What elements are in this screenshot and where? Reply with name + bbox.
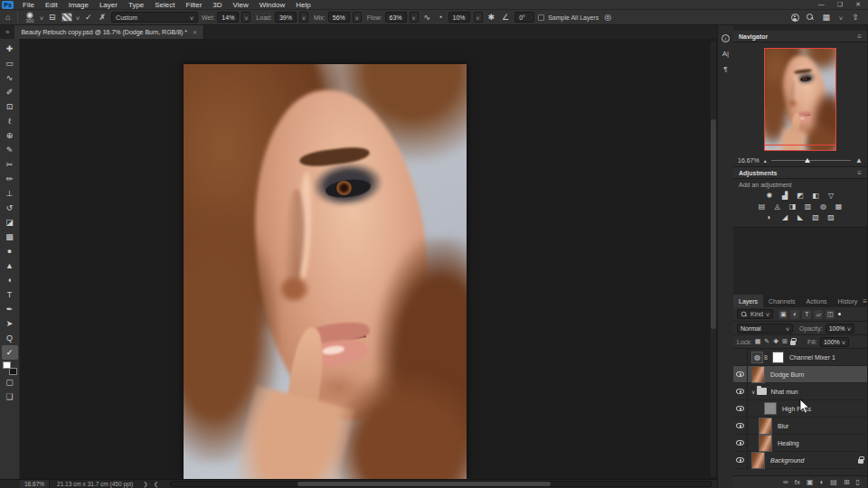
layer-row-blur[interactable]: Blur: [733, 418, 867, 435]
gradient-map-icon[interactable]: ▧: [811, 212, 821, 221]
foreground-color-swatch[interactable]: [3, 361, 11, 369]
status-zoom-field[interactable]: 16.67%: [20, 480, 50, 488]
search-icon[interactable]: [807, 14, 814, 21]
layer-thumbnail[interactable]: [751, 366, 765, 383]
sample-all-layers-checkbox[interactable]: [538, 14, 544, 21]
visibility-toggle[interactable]: [733, 383, 748, 399]
filter-light-icon[interactable]: [838, 313, 841, 315]
navigator-zoom-field[interactable]: 16.67%: [738, 157, 760, 164]
visibility-toggle[interactable]: [733, 435, 748, 451]
workspace-caret[interactable]: ∨: [838, 14, 844, 21]
smoothing-value[interactable]: 10%: [448, 12, 470, 23]
layer-row-dodge-burn[interactable]: Dodge Burn: [733, 366, 867, 383]
load-brush-icon[interactable]: ✓: [83, 13, 94, 22]
crop-tool[interactable]: ⊡: [2, 99, 18, 114]
lock-pixels-icon[interactable]: ✎: [764, 338, 769, 345]
pressure-size-icon[interactable]: ◎: [602, 13, 613, 22]
visibility-toggle[interactable]: [733, 400, 748, 417]
filter-shape-icon[interactable]: ▱: [814, 310, 823, 319]
document-tab[interactable]: Beauty Retouch copy.psd @ 16.7% (Dodge B…: [14, 25, 204, 39]
field-value[interactable]: 56%: [328, 12, 350, 23]
useful-combinations-select[interactable]: Custom ∨: [111, 12, 198, 23]
curves-icon[interactable]: ◩: [796, 191, 806, 200]
move-tool[interactable]: ✚: [2, 42, 18, 56]
new-adjustment-icon[interactable]: ◐: [819, 478, 824, 486]
type-tool[interactable]: T: [2, 287, 18, 302]
filter-type-icon[interactable]: T: [802, 310, 811, 319]
new-layer-icon[interactable]: ⊞: [844, 478, 850, 486]
paragraph-panel-icon[interactable]: ¶: [723, 65, 727, 73]
dodge-tool[interactable]: ◖: [2, 273, 18, 287]
clone-stamp-tool[interactable]: ⊥: [2, 186, 18, 201]
account-avatar-icon[interactable]: [791, 14, 799, 22]
menu-item[interactable]: Edit: [40, 0, 63, 10]
lock-all-icon[interactable]: [790, 341, 796, 345]
tab-channels[interactable]: Channels: [763, 295, 801, 307]
layer-row-background[interactable]: Background: [733, 452, 867, 469]
visibility-toggle[interactable]: [733, 366, 748, 382]
vertical-scrollbar-thumb[interactable]: [711, 119, 716, 329]
sharpen-tool[interactable]: ▲: [2, 258, 18, 273]
tab-close-icon[interactable]: ✕: [193, 29, 197, 35]
field-value[interactable]: 14%: [217, 12, 239, 23]
filter-adjustment-icon[interactable]: ◐: [790, 310, 799, 319]
horizontal-scrollbar[interactable]: [170, 481, 712, 487]
foreground-background-swatches[interactable]: [3, 361, 17, 375]
patch-tool[interactable]: ✂: [2, 157, 18, 172]
tab-history[interactable]: History: [833, 295, 863, 307]
zoom-tool[interactable]: Q: [2, 331, 18, 345]
zoom-in-icon[interactable]: ▲: [855, 156, 863, 164]
field-caret[interactable]: ∨: [241, 12, 250, 23]
menu-item[interactable]: File: [17, 0, 40, 10]
panel-menu-icon[interactable]: ≡: [863, 297, 868, 305]
invert-icon[interactable]: ◐: [765, 212, 775, 221]
brush-load-caret[interactable]: ∨: [75, 14, 80, 21]
layer-effects-icon[interactable]: fx: [795, 478, 800, 486]
threshold-icon[interactable]: ◣: [796, 212, 806, 221]
layer-name[interactable]: High Pass: [782, 406, 811, 412]
adjustments-header[interactable]: Adjustments ≡: [733, 167, 867, 179]
gradient-tool[interactable]: ▩: [2, 230, 18, 244]
collapse-docks-icon[interactable]: »: [0, 28, 14, 36]
marquee-tool[interactable]: ▭: [2, 56, 18, 70]
vibrance-icon[interactable]: ▽: [826, 191, 836, 200]
brush-preset-caret[interactable]: ∨: [39, 14, 44, 21]
close-button[interactable]: ✕: [855, 1, 861, 8]
layer-thumbnail[interactable]: [759, 418, 772, 435]
layer-name[interactable]: Background: [770, 457, 804, 464]
menu-item[interactable]: Filter: [181, 0, 208, 10]
link-layers-icon[interactable]: ∞: [783, 478, 788, 486]
layer-row-channel-mixer-1[interactable]: ◍ 8 Channel Mixer 1: [733, 349, 867, 366]
status-arrow-right-icon[interactable]: ❯: [140, 481, 150, 488]
brush-settings-toggle-icon[interactable]: ⊟: [47, 13, 58, 22]
layer-mask-thumbnail[interactable]: [772, 352, 784, 363]
pencil-tool[interactable]: ✏: [2, 172, 18, 186]
eraser-tool[interactable]: ◪: [2, 215, 18, 230]
layer-thumbnail[interactable]: [759, 435, 772, 452]
field-value[interactable]: 39%: [275, 12, 297, 23]
restore-button[interactable]: ❏: [837, 1, 843, 8]
menu-item[interactable]: Select: [149, 0, 180, 10]
selective-color-icon[interactable]: ▨: [826, 212, 836, 221]
background-lock-icon[interactable]: [858, 459, 863, 464]
mixer-brush-tool[interactable]: ✓: [2, 345, 18, 360]
canvas[interactable]: [20, 39, 717, 479]
color-lookup-icon[interactable]: ▦: [834, 202, 844, 211]
screen-mode-button[interactable]: ❏: [2, 389, 18, 404]
field-caret[interactable]: ∨: [410, 12, 419, 23]
airbrush-icon[interactable]: ∿: [422, 13, 433, 22]
visibility-toggle[interactable]: [733, 452, 748, 468]
blend-mode-select[interactable]: Normal ∨: [737, 324, 793, 333]
exposure-icon[interactable]: ◧: [811, 191, 821, 200]
group-expand-chevron-icon[interactable]: ∨: [751, 389, 755, 395]
vertical-scrollbar[interactable]: [711, 41, 716, 477]
filter-kind-select[interactable]: Kind ∨: [737, 309, 773, 319]
field-value[interactable]: 63%: [385, 12, 407, 23]
hue-saturation-icon[interactable]: ▤: [757, 202, 767, 211]
add-mask-icon[interactable]: ▣: [807, 478, 814, 486]
pen-tool[interactable]: ✒: [2, 302, 18, 316]
brush-load-swatch[interactable]: [61, 13, 72, 22]
share-icon[interactable]: ⇧: [850, 13, 861, 22]
field-caret[interactable]: ∨: [299, 12, 308, 23]
layer-name[interactable]: Healing: [778, 440, 799, 446]
